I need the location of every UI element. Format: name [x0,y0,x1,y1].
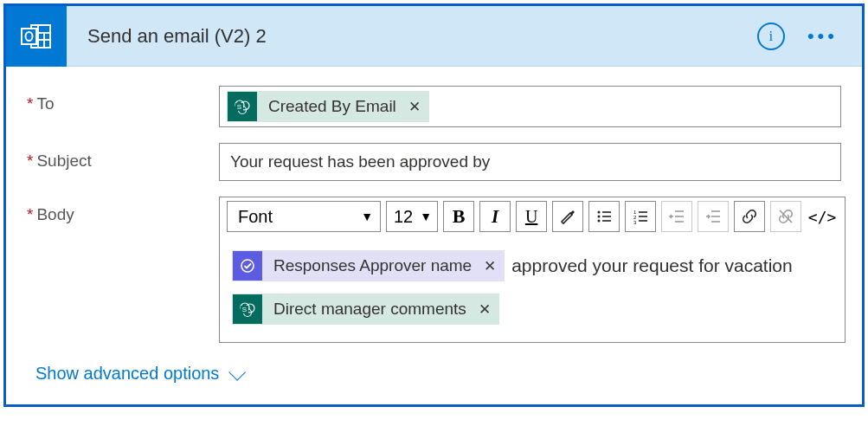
token-remove-icon[interactable]: ✕ [480,257,505,275]
editor-line: S Direct manager comments ✕ [232,294,833,325]
underline-button[interactable]: U [516,201,547,232]
code-view-button[interactable]: </> [807,201,838,232]
link-button[interactable] [734,201,765,232]
svg-text:3: 3 [633,220,637,225]
subject-input[interactable]: Your request has been approved by [219,143,841,181]
bullet-list-icon [595,208,613,225]
svg-point-12 [598,211,601,214]
to-input[interactable]: S Created By Email ✕ [219,86,841,127]
unlink-button [770,201,801,232]
action-card: Send an email (V2) 2 i ••• *To S Created… [3,3,865,407]
info-icon: i [769,28,774,45]
token-label: Responses Approver name [263,256,480,275]
card-header: Send an email (V2) 2 i ••• [6,6,862,67]
link-icon [741,208,758,225]
outlook-icon [19,19,54,54]
outdent-icon [668,208,685,225]
svg-text:S: S [242,306,247,313]
chevron-down-icon: ▼ [420,210,432,223]
required-mark: * [27,94,33,113]
show-advanced-toggle[interactable]: Show advanced options [27,358,241,397]
sharepoint-icon: S [228,92,257,121]
chevron-down-icon: ▼ [361,210,373,223]
more-menu-button[interactable]: ••• [807,27,838,46]
token-label: Created By Email [258,97,405,116]
chevron-down-icon [229,363,247,380]
editor-toolbar: Font ▼ 12 ▼ B I U [220,197,845,236]
connector-icon-box [6,6,67,67]
token-approver-name[interactable]: Responses Approver name ✕ [232,250,505,281]
outdent-button [661,201,692,232]
to-field[interactable]: S Created By Email ✕ [219,86,841,127]
svg-point-14 [598,220,601,223]
field-row-body: *Body Font ▼ 12 ▼ B I [27,197,841,343]
bold-button[interactable]: B [443,201,474,232]
sharepoint-icon: S [233,294,262,324]
subject-field[interactable]: Your request has been approved by [219,143,841,181]
field-label-body: *Body [27,197,219,224]
svg-rect-5 [22,29,36,44]
svg-point-13 [598,216,601,218]
token-created-by-email[interactable]: S Created By Email ✕ [227,91,429,122]
bold-icon: B [453,205,466,228]
rich-editor: Font ▼ 12 ▼ B I U [219,197,845,343]
bullet-list-button[interactable] [588,201,620,232]
info-button[interactable]: i [757,23,785,50]
svg-text:S: S [237,103,241,111]
font-picker[interactable]: Font ▼ [227,201,381,232]
underline-icon: U [525,207,537,227]
field-label-to: *To [27,86,219,113]
unlink-icon [777,208,794,225]
editor-line: Responses Approver name ✕ approved your … [232,250,833,281]
token-remove-icon[interactable]: ✕ [405,98,429,116]
card-body: *To S Created By Email ✕ *Subject [6,67,862,404]
token-remove-icon[interactable]: ✕ [475,300,499,319]
font-size-picker[interactable]: 12 ▼ [386,201,438,232]
field-label-subject: *Subject [27,143,219,171]
editor-content[interactable]: Responses Approver name ✕ approved your … [220,236,845,342]
body-field: Font ▼ 12 ▼ B I U [219,197,845,343]
approvals-icon [233,251,262,281]
svg-point-31 [241,260,254,272]
indent-button [698,201,729,232]
indent-icon [704,208,722,225]
required-mark: * [27,152,33,170]
token-label: Direct manager comments [263,300,475,319]
required-mark: * [27,205,33,223]
card-title[interactable]: Send an email (V2) 2 [67,25,757,48]
field-row-subject: *Subject Your request has been approved … [27,143,841,181]
italic-button[interactable]: I [479,201,511,232]
numbered-list-icon: 123 [632,208,649,225]
code-icon: </> [808,208,837,226]
highlight-button[interactable] [552,201,583,232]
body-text: approved your request for vacation [511,255,793,276]
numbered-list-button[interactable]: 123 [625,201,656,232]
field-row-to: *To S Created By Email ✕ [27,86,841,127]
italic-icon: I [492,206,498,228]
token-manager-comments[interactable]: S Direct manager comments ✕ [232,294,499,325]
header-actions: i ••• [757,23,862,50]
highlight-icon [559,208,576,225]
